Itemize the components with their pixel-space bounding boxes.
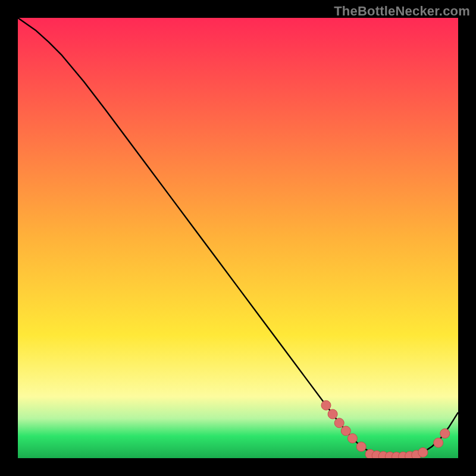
curve-marker [328,409,337,419]
curve-marker [356,442,366,452]
chart-svg [18,18,458,458]
watermark-text: TheBottleNecker.com [334,4,470,19]
plot-area [18,18,458,458]
curve-marker [341,426,350,436]
curve-marker [418,447,428,457]
curve-marker [321,400,331,410]
curve-marker [334,418,344,428]
curve-marker [440,429,450,439]
gradient-background [18,18,458,458]
curve-marker [434,438,443,447]
curve-marker [347,434,357,443]
